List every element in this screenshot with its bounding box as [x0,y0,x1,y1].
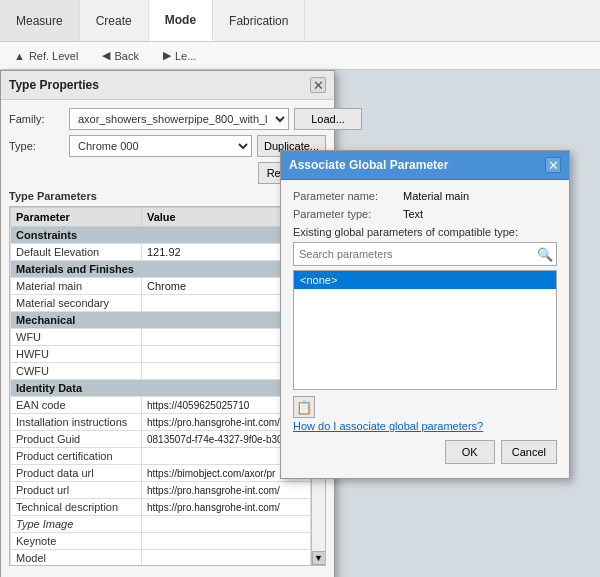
table-row: Material main Chrome [11,278,311,295]
table-row: Keynote [11,533,311,550]
tab-create[interactable]: Create [80,0,149,41]
tab-measure[interactable]: Measure [0,0,80,41]
params-table: Parameter Value Constraints Default Elev… [10,207,311,566]
assoc-cancel-button[interactable]: Cancel [501,440,557,464]
arrow-up-icon: ▲ [14,50,25,62]
assoc-help-link[interactable]: How do I associate global parameters? [293,420,557,432]
assoc-param-name-row: Parameter name: Material main [293,190,557,202]
type-props-titlebar: Type Properties ✕ [1,71,334,100]
type-select[interactable]: Chrome 000 [69,135,252,157]
col-header-parameter: Parameter [11,208,142,227]
assoc-icon-row: 📋 [293,390,557,420]
assoc-body: Parameter name: Material main Parameter … [281,180,569,478]
type-props-title: Type Properties [9,78,99,92]
param-list-item-none[interactable]: <none> [294,271,556,289]
params-table-wrapper: Parameter Value Constraints Default Elev… [9,206,326,566]
family-select[interactable]: axor_showers_showerpipe_800_with_l [69,108,289,130]
associate-global-param-dialog: Associate Global Parameter ✕ Parameter n… [280,150,570,479]
type-params-section-label: Type Parameters [9,190,326,202]
assoc-param-list: <none> [293,270,557,390]
assoc-param-name-value: Material main [403,190,469,202]
new-global-param-icon[interactable]: 📋 [293,396,315,418]
assoc-title: Associate Global Parameter [289,158,448,172]
table-row: Default Elevation 121.92 [11,244,311,261]
table-row: Model [11,550,311,567]
assoc-param-name-label: Parameter name: [293,190,403,202]
assoc-search-row: 🔍 [293,242,557,266]
search-icon[interactable]: 🔍 [534,243,556,265]
assoc-close[interactable]: ✕ [545,157,561,173]
group-constraints: Constraints [11,227,311,244]
group-mechanical: Mechanical [11,312,311,329]
table-row: Installation instructions https://pro.ha… [11,414,311,431]
tab-mode[interactable]: Mode [149,0,213,41]
table-row: HWFU [11,346,311,363]
assoc-ok-button[interactable]: OK [445,440,495,464]
table-row: Technical description https://pro.hansgr… [11,499,311,516]
type-label: Type: [9,140,69,152]
arrow-left-icon: ◀ [102,49,110,62]
tab-fabrication[interactable]: Fabrication [213,0,305,41]
assoc-search-input[interactable] [294,245,534,263]
toolbar-back[interactable]: ◀ Back [96,47,144,64]
type-row: Type: Chrome 000 Duplicate... [9,135,326,157]
table-row: WFU [11,329,311,346]
scroll-down-btn[interactable]: ▼ [312,551,326,565]
load-button[interactable]: Load... [294,108,362,130]
assoc-param-type-value: Text [403,208,423,220]
table-row: Material secondary [11,295,311,312]
toolbar-ref-level[interactable]: ▲ Ref. Level [8,48,84,64]
table-row: Product data url https://bimobject.com/a… [11,465,311,482]
assoc-titlebar: Associate Global Parameter ✕ [281,151,569,180]
table-row: Product certification [11,448,311,465]
family-label: Family: [9,113,69,125]
table-row: EAN code https://4059625025710 [11,397,311,414]
app-bar: Measure Create Mode Fabrication [0,0,600,42]
assoc-param-type-row: Parameter type: Text [293,208,557,220]
main-content: Type Properties ✕ Family: axor_showers_s… [0,70,600,577]
group-identity: Identity Data [11,380,311,397]
toolbar-le[interactable]: ▶ Le... [157,47,202,64]
table-row: Product url https://pro.hansgrohe-int.co… [11,482,311,499]
arrow-right-icon: ▶ [163,49,171,62]
plus-icon: 📋 [296,400,312,415]
assoc-param-type-label: Parameter type: [293,208,403,220]
assoc-existing-label: Existing global parameters of compatible… [293,226,557,238]
type-props-close[interactable]: ✕ [310,77,326,93]
group-materials: Materials and Finishes [11,261,311,278]
table-row: CWFU [11,363,311,380]
table-row: Product Guid 0813507d-f74e-4327-9f0e-b30… [11,431,311,448]
family-row: Family: axor_showers_showerpipe_800_with… [9,108,326,130]
assoc-footer-buttons: OK Cancel [293,440,557,468]
toolbar-row: ▲ Ref. Level ◀ Back ▶ Le... [0,42,600,70]
table-row: Type Image [11,516,311,533]
